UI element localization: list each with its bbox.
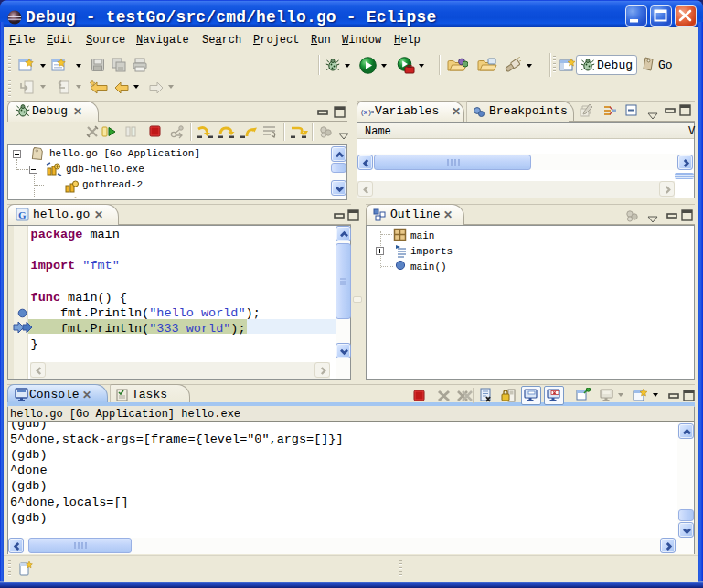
svg-text:G: G: [18, 209, 27, 220]
svg-text:=: =: [371, 108, 375, 116]
